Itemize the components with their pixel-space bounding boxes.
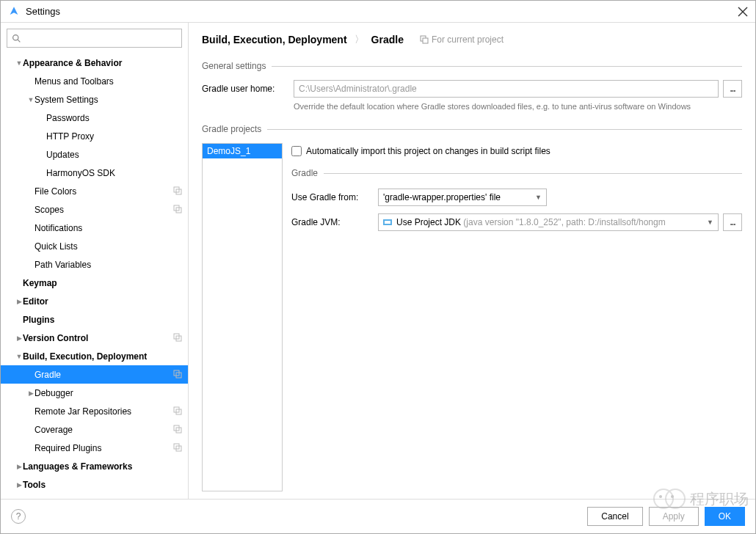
dialog-footer: ? Cancel Apply OK (1, 499, 755, 533)
project-list[interactable]: DemoJS_1 (202, 143, 283, 491)
content-panel: Build, Execution, Deployment 〉 Gradle Fo… (189, 23, 755, 499)
project-scope-icon (173, 443, 182, 453)
close-icon[interactable] (738, 7, 748, 17)
tree-item[interactable]: Plugins (1, 310, 188, 329)
apply-button: Apply (649, 507, 699, 526)
tree-item[interactable]: Notifications (1, 219, 188, 237)
tree-arrow-icon: ▼ (27, 96, 34, 103)
tree-item-label: Scopes (34, 205, 170, 215)
tree-item[interactable]: Gradle (1, 365, 188, 384)
tree-item-label: Remote Jar Repositories (34, 406, 170, 417)
tree-item[interactable]: ▶Version Control (1, 329, 188, 347)
use-gradle-from-label: Use Gradle from: (291, 192, 378, 202)
gradle-jvm-label: Gradle JVM: (291, 217, 378, 227)
cancel-button[interactable]: Cancel (587, 507, 642, 526)
tree-item-label: Languages & Frameworks (23, 461, 182, 472)
search-input[interactable] (7, 29, 182, 48)
project-scope-icon (173, 425, 182, 435)
tree-arrow-icon: ▼ (15, 353, 23, 360)
tree-arrow-icon: ▶ (15, 463, 23, 470)
tree-item[interactable]: ▶Editor (1, 292, 188, 310)
chevron-down-icon: ▼ (707, 219, 713, 226)
tree-item-label: Gradle (34, 370, 170, 380)
tree-item-label: Updates (46, 150, 182, 160)
chevron-right-icon: 〉 (355, 33, 364, 46)
gradle-projects-legend: Gradle projects (202, 124, 742, 134)
sidebar: ▼Appearance & BehaviorMenus and Toolbars… (1, 23, 189, 499)
tree-item[interactable]: ▼Build, Execution, Deployment (1, 347, 188, 365)
app-logo-icon (8, 6, 20, 18)
tree-item-label: Notifications (34, 223, 182, 233)
project-scope-icon (420, 35, 429, 44)
gradle-home-label: Gradle user home: (202, 84, 294, 94)
tree-item[interactable]: ▶Tools (1, 475, 188, 494)
titlebar: Settings (1, 1, 755, 23)
tree-item[interactable]: Scopes (1, 200, 188, 219)
tree-arrow-icon: ▼ (15, 59, 23, 67)
jdk-icon (383, 218, 393, 227)
project-item[interactable]: DemoJS_1 (203, 144, 282, 158)
tree-item-label: Tools (23, 480, 182, 490)
chevron-down-icon: ▼ (535, 194, 542, 201)
tree-item[interactable]: Passwords (1, 109, 188, 127)
breadcrumb-leaf: Gradle (371, 34, 404, 45)
tree-item[interactable]: HarmonyOS SDK (1, 164, 188, 182)
ok-button[interactable]: OK (705, 507, 745, 526)
tree-item[interactable]: Required Plugins (1, 439, 188, 457)
help-button[interactable]: ? (11, 509, 26, 524)
gradle-home-hint: Override the default location where Grad… (294, 102, 742, 111)
project-scope-icon (173, 370, 182, 380)
tree-item-label: File Colors (34, 186, 170, 197)
tree-item[interactable]: File Colors (1, 182, 188, 200)
jvm-more-button[interactable]: ... (723, 213, 742, 231)
tree-item[interactable]: Menus and Toolbars (1, 72, 188, 90)
auto-import-checkbox[interactable]: Automatically import this project on cha… (291, 146, 742, 156)
tree-item-label: Required Plugins (34, 443, 170, 453)
tree-item-label: Keymap (23, 278, 182, 288)
tree-item-label: Editor (23, 296, 182, 307)
tree-item-label: Debugger (34, 388, 182, 398)
auto-import-label: Automatically import this project on cha… (306, 146, 550, 156)
tree-item-label: Coverage (34, 425, 170, 435)
tree-item-label: Plugins (23, 315, 182, 325)
tree-arrow-icon: ▶ (15, 298, 23, 305)
project-scope-icon (173, 406, 182, 417)
tree-item[interactable]: Quick Lists (1, 237, 188, 255)
tree-arrow-icon: ▶ (15, 481, 23, 489)
svg-line-3 (18, 40, 20, 42)
tree-item-label: HarmonyOS SDK (46, 168, 182, 178)
tree-item-label: Version Control (23, 333, 170, 343)
tree-item-label: Passwords (46, 113, 182, 123)
tree-item-label: HTTP Proxy (46, 131, 182, 142)
gradle-sub-legend: Gradle (291, 168, 742, 178)
tree-item[interactable]: Remote Jar Repositories (1, 402, 188, 420)
svg-rect-21 (385, 221, 390, 224)
svg-rect-19 (423, 38, 428, 43)
gradle-jvm-dropdown[interactable]: Use Project JDK (java version "1.8.0_252… (378, 213, 719, 231)
project-scope-icon (173, 186, 182, 197)
use-gradle-from-dropdown[interactable]: 'gradle-wrapper.properties' file ▼ (378, 189, 547, 206)
project-scope-icon (173, 333, 182, 343)
tree-item[interactable]: ▼System Settings (1, 90, 188, 109)
gradle-home-input[interactable] (294, 80, 719, 98)
search-icon (12, 34, 21, 43)
tree-item[interactable]: ▶Debugger (1, 384, 188, 402)
tree-item[interactable]: Path Variables (1, 255, 188, 274)
settings-tree: ▼Appearance & BehaviorMenus and Toolbars… (1, 54, 188, 499)
general-settings-legend: General settings (202, 61, 742, 71)
tree-item-label: Quick Lists (34, 241, 182, 252)
tree-item-label: Appearance & Behavior (23, 58, 182, 68)
tree-arrow-icon: ▶ (15, 334, 23, 342)
browse-home-button[interactable]: ... (723, 80, 742, 98)
tree-arrow-icon: ▶ (27, 389, 34, 397)
window-title: Settings (26, 6, 738, 17)
scope-indicator: For current project (420, 34, 504, 45)
tree-item[interactable]: ▼Appearance & Behavior (1, 54, 188, 72)
tree-item[interactable]: HTTP Proxy (1, 127, 188, 145)
tree-item[interactable]: Keymap (1, 274, 188, 292)
tree-item[interactable]: Updates (1, 145, 188, 164)
project-scope-icon (173, 205, 182, 215)
search-field[interactable] (24, 33, 177, 43)
tree-item[interactable]: Coverage (1, 420, 188, 439)
tree-item[interactable]: ▶Languages & Frameworks (1, 457, 188, 475)
